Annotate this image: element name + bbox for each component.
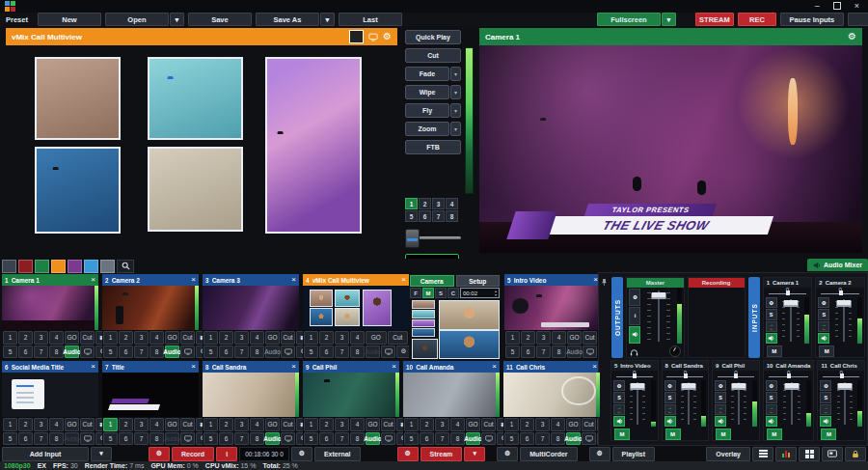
overlay-1-button[interactable]: 1 <box>404 418 419 431</box>
overlay-channel-2[interactable]: 2 <box>419 198 431 209</box>
external-settings-gear-icon[interactable]: ⚙ <box>291 447 312 461</box>
overlay-5-button[interactable]: 5 <box>304 432 318 446</box>
fullscreen-input-icon[interactable] <box>180 432 195 446</box>
pin-icon[interactable] <box>601 277 609 358</box>
overlay-6-button[interactable]: 6 <box>18 346 33 359</box>
overlay-6-button[interactable]: 6 <box>219 346 233 359</box>
overlay-7-button[interactable]: 7 <box>134 346 149 359</box>
overlay-3-button[interactable]: 3 <box>536 331 551 345</box>
input-thumbnail-9[interactable] <box>303 373 399 417</box>
minimize-icon[interactable]: – <box>815 2 820 11</box>
fullscreen-input-icon[interactable] <box>80 432 95 446</box>
overlay-8-button[interactable]: 8 <box>49 346 64 359</box>
overlay-channel-1[interactable]: 1 <box>405 198 418 209</box>
overlay-2-button[interactable]: 2 <box>18 331 33 345</box>
stream-indicator[interactable]: STREAM <box>695 13 734 26</box>
overlay-channel-3[interactable]: 3 <box>432 198 445 209</box>
mute-button[interactable]: M <box>614 429 630 440</box>
fader-handle[interactable] <box>783 300 798 307</box>
audio-toggle-button[interactable]: Audio <box>65 432 79 446</box>
spinner-arrows-icon[interactable]: ▴▾ <box>495 290 497 297</box>
fullscreen-input-icon[interactable] <box>281 346 295 359</box>
mute-button[interactable]: M <box>716 429 731 440</box>
input-thumbnail-8[interactable] <box>203 373 299 417</box>
overlay-4-button[interactable]: 4 <box>350 331 365 345</box>
fullscreen-dropdown-icon[interactable]: ▾ <box>662 13 676 26</box>
overlay-7-button[interactable]: 7 <box>435 432 449 446</box>
mute-button[interactable]: M <box>767 346 782 357</box>
mute-button[interactable]: M <box>665 429 681 440</box>
solo-button[interactable]: S <box>766 309 777 319</box>
gain-slider[interactable]: 0 <box>818 371 864 379</box>
input-thumbnail-3[interactable] <box>203 286 299 330</box>
fader-handle[interactable] <box>836 300 851 307</box>
grid-view-icon[interactable] <box>799 447 820 461</box>
cut-button[interactable]: Cut <box>381 418 395 431</box>
overlay-1-button[interactable]: 1 <box>3 418 17 431</box>
bus-routing-icon[interactable]: →← <box>715 404 726 415</box>
overlay-channel-6[interactable]: 6 <box>419 210 431 222</box>
audio-toggle-button[interactable]: Audio <box>65 346 79 359</box>
close-icon[interactable]: × <box>291 276 296 284</box>
channel-settings-gear-icon[interactable]: ⚙ <box>820 380 831 391</box>
solo-button[interactable]: S <box>820 392 831 402</box>
overlay-3-button[interactable]: 3 <box>535 418 550 431</box>
gain-slider[interactable]: 0 <box>816 288 864 296</box>
volume-fader[interactable] <box>728 380 750 427</box>
master-info-button[interactable]: i <box>629 307 640 324</box>
add-input-dropdown-icon[interactable]: ▾ <box>91 447 112 461</box>
overlay-1-button[interactable]: 1 <box>505 331 520 345</box>
overlay-6-button[interactable]: 6 <box>319 432 334 446</box>
overlay-6-button[interactable]: 6 <box>219 432 233 446</box>
bus-routing-icon[interactable]: →← <box>613 404 625 415</box>
overlay-5-button[interactable]: 5 <box>203 346 218 359</box>
volume-fader[interactable] <box>642 289 674 344</box>
fullscreen-input-icon[interactable] <box>381 346 395 359</box>
overlay-1-button[interactable]: 1 <box>3 331 17 345</box>
overlay-7-button[interactable]: 7 <box>34 346 48 359</box>
chevron-down-icon[interactable]: ▾ <box>450 122 461 136</box>
input-header-9[interactable]: 9Call Phil× <box>303 361 399 373</box>
overlay-8-button[interactable]: 8 <box>149 346 164 359</box>
go-button[interactable]: GO <box>165 418 179 431</box>
close-icon[interactable]: × <box>91 363 95 371</box>
close-icon[interactable]: × <box>592 363 597 371</box>
mute-button[interactable]: M <box>767 429 782 440</box>
speaker-icon[interactable] <box>715 416 726 427</box>
open-button[interactable]: Open <box>105 13 169 26</box>
channel-settings-gear-icon[interactable]: ⚙ <box>715 380 726 391</box>
overlay-6-button[interactable]: 6 <box>520 432 534 446</box>
stream-settings-gear-icon[interactable]: ⚙ <box>397 447 419 461</box>
overlay-5-button[interactable]: 5 <box>103 346 118 359</box>
channel-settings-gear-icon[interactable]: ⚙ <box>766 380 777 391</box>
category-tab-0[interactable] <box>2 260 16 273</box>
cut-button[interactable]: Cut <box>180 331 195 345</box>
close-icon[interactable]: × <box>492 363 497 371</box>
overlay-5-button[interactable]: 5 <box>3 432 17 446</box>
overlay-3-button[interactable]: 3 <box>34 331 48 345</box>
t-bar-slider[interactable] <box>405 229 461 246</box>
chevron-down-icon[interactable]: ▾ <box>450 103 461 118</box>
call-setup-button[interactable]: Setup <box>456 275 501 287</box>
close-icon[interactable]: × <box>191 363 196 371</box>
cut-button[interactable]: Cut <box>481 418 496 431</box>
fullscreen-input-icon[interactable] <box>582 432 596 446</box>
overlay-4-button[interactable]: 4 <box>450 418 465 431</box>
volume-fader[interactable] <box>779 297 803 344</box>
last-button[interactable]: Last <box>339 13 402 26</box>
speaker-icon[interactable] <box>818 333 829 344</box>
audio-toggle-button[interactable]: Audio <box>466 432 480 446</box>
gain-slider[interactable]: 0 <box>713 371 759 379</box>
playlist-settings-gear-icon[interactable]: ⚙ <box>589 447 610 461</box>
call-countdown-field[interactable]: 00:02▴▾ <box>460 288 500 298</box>
input-header-3[interactable]: 3Camera 3× <box>203 274 299 286</box>
audio-toggle-button[interactable]: Audio <box>366 346 380 359</box>
bus-routing-icon[interactable]: →← <box>665 404 676 415</box>
overlay-1-button[interactable]: 1 <box>203 331 218 345</box>
colorbars-icon[interactable] <box>349 30 364 43</box>
fader-handle[interactable] <box>651 292 665 299</box>
multicorder-settings-gear-icon[interactable]: ⚙ <box>497 447 518 461</box>
category-tab-2[interactable] <box>35 260 49 273</box>
overlay-4-button[interactable]: 4 <box>49 418 64 431</box>
solo-button[interactable]: S <box>766 392 777 402</box>
